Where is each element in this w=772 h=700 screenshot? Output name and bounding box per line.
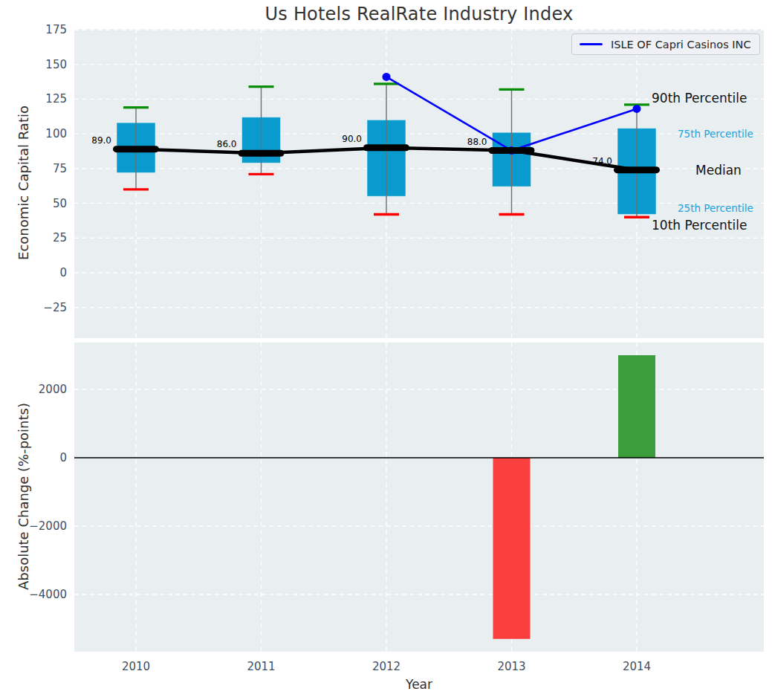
median-value-label: 88.0 <box>467 137 487 147</box>
median-value-label: 89.0 <box>91 135 111 146</box>
x-tick-label: 2011 <box>247 660 275 673</box>
median-marker <box>239 150 285 157</box>
y-tick-label-top: 0 <box>59 266 67 279</box>
y-axis-label-top: Economic Capital Ratio <box>16 106 31 260</box>
y-tick-label-top: 175 <box>45 23 67 36</box>
x-tick-label: 2012 <box>372 660 400 673</box>
annotation-25th-percentile: 25th Percentile <box>678 202 753 214</box>
median-marker <box>113 146 159 152</box>
x-axis-label: Year <box>74 677 764 692</box>
y-tick-label-top: 125 <box>45 92 67 106</box>
y-axis-label-bottom: Absolute Change (%-points) <box>16 403 31 590</box>
annotation-median: Median <box>695 163 742 178</box>
annotation-75th-percentile: 75th Percentile <box>678 128 753 140</box>
y-tick-label-bottom: −4000 <box>29 588 67 601</box>
x-tick-label: 2010 <box>122 660 150 673</box>
x-tick-label: 2014 <box>623 660 651 673</box>
company-marker <box>383 73 391 81</box>
chart-title: Us Hotels RealRate Industry Index <box>74 4 764 25</box>
change-bar-2014 <box>618 355 655 458</box>
y-tick-label-top: 25 <box>53 231 67 244</box>
legend-line-sample <box>580 43 603 45</box>
median-value-label: 86.0 <box>217 139 237 149</box>
y-tick-label-bottom: −2000 <box>29 519 67 533</box>
y-tick-label-top: −25 <box>43 301 67 314</box>
x-tick-label: 2013 <box>497 660 525 673</box>
median-marker <box>614 166 660 173</box>
y-tick-label-top: 75 <box>53 162 67 175</box>
annotation-90th-percentile: 90th Percentile <box>652 91 747 106</box>
y-tick-label-top: 150 <box>45 58 67 71</box>
top-panel-bg <box>74 29 764 338</box>
company-marker <box>633 105 641 113</box>
median-marker <box>363 144 409 151</box>
change-bar-2013 <box>493 458 531 639</box>
y-tick-label-top: 100 <box>45 127 67 140</box>
y-tick-label-bottom: 0 <box>59 451 67 464</box>
median-marker <box>489 147 535 154</box>
y-tick-label-bottom: 2000 <box>39 383 67 396</box>
annotation-10th-percentile: 10th Percentile <box>652 218 747 233</box>
legend-label: ISLE OF Capri Casinos INC <box>611 39 751 51</box>
median-value-label: 74.0 <box>592 156 612 166</box>
legend: ISLE OF Capri Casinos INC <box>571 33 760 55</box>
y-tick-label-top: 50 <box>53 197 67 210</box>
figure: 1751501251007550250−2520000−2000−4000201… <box>0 0 772 700</box>
median-value-label: 90.0 <box>342 134 362 144</box>
